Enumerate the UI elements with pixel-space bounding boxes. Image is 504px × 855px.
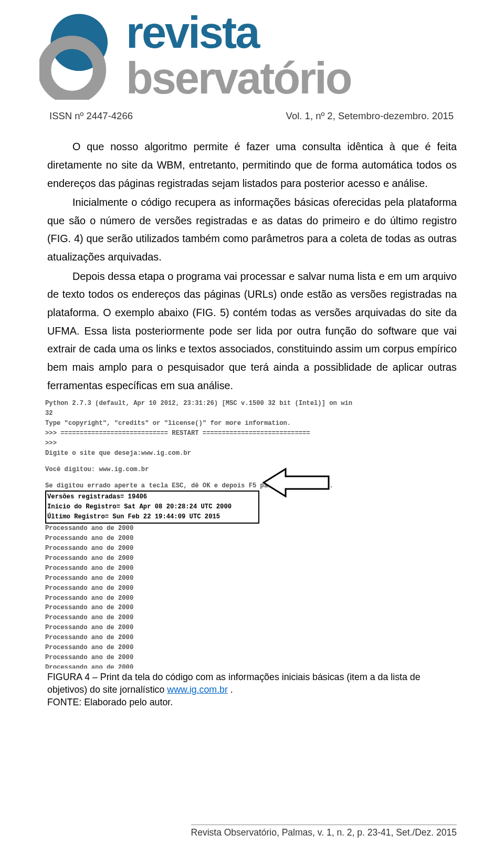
console-line: 32	[45, 409, 460, 419]
console-line: Python 2.7.3 (default, Apr 10 2012, 23:3…	[45, 399, 460, 409]
logo-wordmark-icon: revista bservatório	[126, 11, 457, 101]
console-line: Processando ano de 2000	[45, 613, 460, 623]
console-line: Drocessando ano de 2000	[45, 663, 460, 669]
console-line: Você digitou: www.ig.com.br	[45, 465, 460, 475]
paragraph-1: O que nosso algoritmo permite é fazer um…	[47, 138, 457, 192]
figure-caption: FIGURA 4 – Print da tela do código com a…	[47, 671, 457, 708]
console-line: Processando ano de 2000	[45, 574, 460, 583]
svg-text:bservatório: bservatório	[126, 53, 351, 101]
console-line: Digite o site que deseja:www.ig.com.br	[45, 449, 460, 458]
console-line: Processando ano de 2000	[45, 643, 460, 653]
paragraph-2: Inicialmente o código recupera as inform…	[47, 193, 457, 266]
console-line: Processando ano de 2000	[45, 544, 460, 554]
console-line: Processando ano de 2000	[45, 534, 460, 544]
console-line: Processando ano de 2000	[45, 603, 460, 613]
console-line: >>> ============================ RESTART…	[45, 429, 460, 439]
console-line: Processando ano de 2000	[45, 653, 460, 663]
console-line: Último Registro= Sun Feb 22 19:44:09 UTC…	[47, 512, 257, 522]
console-line: Type "copyright", "credits" or "license(…	[45, 419, 460, 429]
caption-suffix: .	[228, 684, 233, 695]
caption-source: FONTE: Elaborado pelo autor.	[47, 697, 173, 707]
svg-text:revista: revista	[126, 11, 260, 57]
console-line: Processando ano de 2000	[45, 583, 460, 593]
article-body: O que nosso algoritmo permite é fazer um…	[47, 138, 457, 394]
caption-link[interactable]: www.ig.com.br	[167, 684, 228, 695]
arrow-left-icon	[262, 467, 331, 498]
console-line: Processando ano de 2000	[45, 524, 460, 534]
console-line: Se digitou errado aperte a tecla ESC, dê…	[45, 481, 460, 491]
console-line: >>>	[45, 439, 460, 449]
console-line: Processando ano de 2000	[45, 564, 460, 574]
console-screenshot: Python 2.7.3 (default, Apr 10 2012, 23:3…	[45, 399, 460, 669]
journal-logo: revista bservatório	[39, 11, 457, 103]
console-line: Versões registradas= 19406	[47, 492, 257, 502]
console-line: Processando ano de 2000	[45, 623, 460, 633]
issue-text: Vol. 1, nº 2, Setembro-dezembro. 2015	[286, 110, 454, 122]
page-footer: Revista Observatório, Palmas, v. 1, n. 2…	[191, 825, 457, 838]
console-line: Processando ano de 2000	[45, 633, 460, 643]
caption-text: FIGURA 4 – Print da tela do código com a…	[47, 672, 421, 695]
console-highlight-box: Versões registradas= 19406 Início do Reg…	[45, 491, 259, 524]
paragraph-3: Depois dessa etapa o programa vai proces…	[47, 267, 457, 394]
console-line: Início do Registro= Sat Apr 08 20:28:24 …	[47, 502, 257, 512]
console-line: Processando ano de 2000	[45, 554, 460, 564]
console-line: Processando ano de 2000	[45, 593, 460, 603]
logo-mark-icon	[39, 11, 126, 100]
issn-text: ISSN nº 2447-4266	[49, 110, 133, 122]
